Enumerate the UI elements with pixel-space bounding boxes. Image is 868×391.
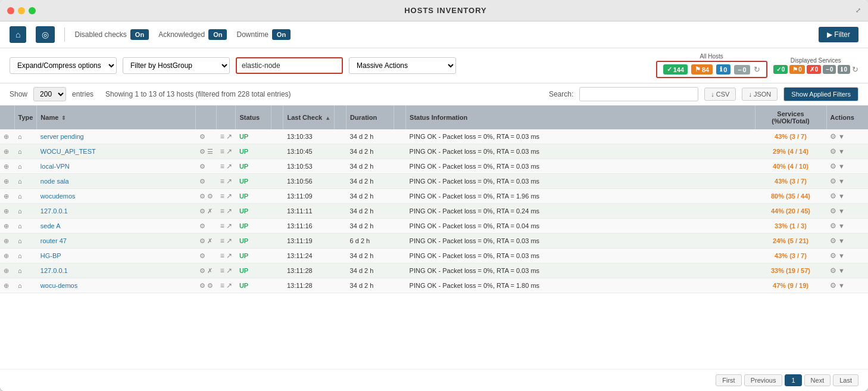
list-icon[interactable]: ≡ — [220, 252, 224, 260]
host-link[interactable]: WOCU_API_TEST — [40, 148, 96, 155]
expand-cell[interactable]: ⊕ — [0, 129, 14, 144]
col-sort3[interactable] — [394, 105, 406, 129]
list-icon[interactable]: ≡ — [220, 132, 224, 141]
col-expand[interactable] — [0, 105, 14, 129]
config-icon[interactable]: ⚙ — [199, 252, 205, 259]
dropdown-icon[interactable]: ▼ — [838, 163, 845, 170]
col-status-info[interactable]: Status Information — [406, 105, 755, 129]
graph-icon[interactable]: ↗ — [226, 147, 232, 156]
graph-icon[interactable]: ↗ — [226, 222, 232, 230]
list-icon[interactable]: ≡ — [220, 147, 224, 156]
host-link[interactable]: local-VPN — [40, 163, 70, 170]
previous-page-button[interactable]: Previous — [744, 374, 783, 386]
col-duration[interactable]: Duration — [346, 105, 394, 129]
col-sort[interactable] — [271, 105, 283, 129]
expand-cell[interactable]: ⊕ — [0, 159, 14, 174]
col-sort2[interactable] — [335, 105, 346, 129]
expand-cell[interactable]: ⊕ — [0, 278, 14, 293]
host-link[interactable]: HG-BP — [40, 252, 61, 259]
gear-action-icon[interactable]: ⚙ — [830, 222, 836, 230]
maximize-button[interactable] — [29, 7, 36, 14]
expand-cell[interactable]: ⊕ — [0, 263, 14, 278]
show-filters-button[interactable]: Show Applied Filters — [783, 87, 858, 101]
list-icon[interactable]: ≡ — [220, 266, 224, 275]
list-icon[interactable]: ≡ — [220, 192, 224, 200]
config-icon[interactable]: ⚙ — [199, 178, 205, 185]
config-icon[interactable]: ⚙ — [199, 133, 205, 140]
graph-icon[interactable]: ↗ — [226, 132, 232, 141]
config-icon[interactable]: ⚙ — [199, 237, 205, 244]
config-icon[interactable]: ⚙ — [199, 163, 205, 170]
config-icon[interactable]: ⚙ — [199, 193, 205, 200]
graph-icon[interactable]: ↗ — [226, 266, 232, 275]
minimize-button[interactable] — [18, 7, 25, 14]
next-page-button[interactable]: Next — [804, 374, 831, 386]
list-icon[interactable]: ≡ — [220, 281, 224, 290]
dropdown-icon[interactable]: ▼ — [838, 267, 845, 274]
csv-button[interactable]: ↓ CSV — [704, 88, 736, 101]
gear-action-icon[interactable]: ⚙ — [830, 147, 836, 156]
config-icon[interactable]: ⚙ — [199, 222, 205, 229]
gear-action-icon[interactable]: ⚙ — [830, 281, 836, 290]
host-link[interactable]: sede A — [40, 222, 61, 229]
list-icon[interactable]: ≡ — [220, 222, 224, 230]
config-icon[interactable]: ⚙ — [199, 282, 205, 289]
expand-cell[interactable]: ⊕ — [0, 174, 14, 189]
dropdown-icon[interactable]: ▼ — [838, 207, 845, 215]
extra-icon[interactable]: ☰ — [207, 148, 213, 155]
host-link[interactable]: node sala — [40, 178, 69, 185]
home-button[interactable]: ⌂ — [10, 26, 26, 43]
massive-actions-select[interactable]: Massive Actions — [349, 57, 456, 74]
extra-icon[interactable]: ⚙ — [207, 193, 213, 200]
dropdown-icon[interactable]: ▼ — [838, 148, 845, 155]
refresh-icon[interactable]: ↻ — [754, 65, 760, 74]
gear-action-icon[interactable]: ⚙ — [830, 132, 836, 141]
last-page-button[interactable]: Last — [833, 374, 858, 386]
col-type[interactable]: Type — [14, 105, 37, 129]
col-status[interactable]: Status — [236, 105, 271, 129]
gear-action-icon[interactable]: ⚙ — [830, 177, 836, 185]
graph-icon[interactable]: ↗ — [226, 177, 232, 185]
disabled-checks-toggle[interactable]: On — [130, 29, 149, 40]
filter-button[interactable]: ▶ Filter — [819, 27, 858, 42]
list-icon[interactable]: ≡ — [220, 237, 224, 245]
close-button[interactable] — [7, 7, 14, 14]
expand-compress-select[interactable]: Expand/Compress options — [10, 57, 117, 74]
svc-refresh-icon[interactable]: ↻ — [852, 65, 858, 74]
config-icon[interactable]: ⚙ — [199, 267, 205, 274]
eye-button[interactable]: ◎ — [36, 26, 55, 43]
graph-icon[interactable]: ↗ — [226, 252, 232, 260]
dropdown-icon[interactable]: ▼ — [838, 178, 845, 185]
json-button[interactable]: ↓ JSON — [742, 88, 778, 101]
graph-icon[interactable]: ↗ — [226, 207, 232, 215]
graph-icon[interactable]: ↗ — [226, 162, 232, 170]
expand-icon[interactable]: ⤢ — [855, 7, 861, 14]
col-services[interactable]: Services(%/Ok/Total) — [755, 105, 826, 129]
config-icon[interactable]: ⚙ — [199, 207, 205, 215]
list-icon[interactable]: ≡ — [220, 162, 224, 170]
host-link[interactable]: 127.0.0.1 — [40, 207, 68, 215]
col-lastcheck[interactable]: Last Check ▲ — [283, 105, 335, 129]
extra-icon[interactable]: ⚙ — [207, 282, 213, 289]
graph-icon[interactable]: ↗ — [226, 237, 232, 245]
gear-action-icon[interactable]: ⚙ — [830, 266, 836, 275]
extra-icon[interactable]: ✗ — [207, 267, 213, 274]
gear-action-icon[interactable]: ⚙ — [830, 252, 836, 260]
graph-icon[interactable]: ↗ — [226, 192, 232, 200]
config-icon[interactable]: ⚙ — [199, 148, 205, 155]
dropdown-icon[interactable]: ▼ — [838, 193, 845, 200]
gear-action-icon[interactable]: ⚙ — [830, 192, 836, 200]
extra-icon[interactable]: ✗ — [207, 237, 213, 244]
list-icon[interactable]: ≡ — [220, 207, 224, 215]
expand-cell[interactable]: ⊕ — [0, 219, 14, 234]
col-actions[interactable]: Actions — [826, 105, 868, 129]
host-link[interactable]: server pending — [40, 133, 84, 140]
dropdown-icon[interactable]: ▼ — [838, 282, 845, 289]
expand-cell[interactable]: ⊕ — [0, 249, 14, 263]
search-input[interactable] — [579, 87, 698, 101]
expand-cell[interactable]: ⊕ — [0, 204, 14, 219]
first-page-button[interactable]: First — [716, 374, 741, 386]
host-link[interactable]: 127.0.0.1 — [40, 267, 68, 274]
expand-cell[interactable]: ⊕ — [0, 189, 14, 204]
gear-action-icon[interactable]: ⚙ — [830, 207, 836, 215]
